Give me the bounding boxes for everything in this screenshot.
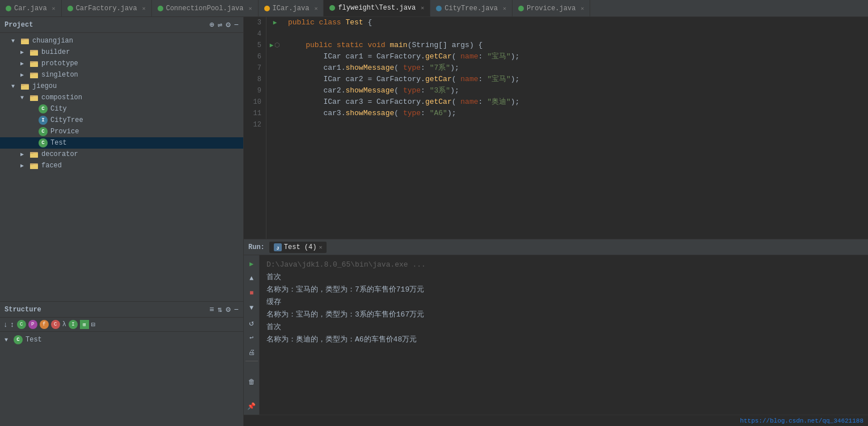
code-line-12 xyxy=(288,119,863,130)
tree-item-compostion[interactable]: ▼ compostion xyxy=(0,92,243,103)
code-content: 3 4 5 6 7 8 9 10 11 12 ▶ ▶ ⬡ xyxy=(244,17,868,239)
tab-close-icon[interactable]: ✕ xyxy=(249,5,252,12)
run-gutter-8 xyxy=(266,74,283,85)
tab-close-icon[interactable]: ✕ xyxy=(503,5,506,12)
run-method-icon[interactable]: ▶ xyxy=(270,40,274,51)
settings-icon[interactable]: ⚙ xyxy=(226,20,230,29)
tree-item-provice[interactable]: ▶ C Provice xyxy=(0,126,243,137)
code-line-9: car2 . showMessage ( type : "3系" ); xyxy=(288,85,863,96)
run-print-button[interactable]: 🖨 xyxy=(245,346,258,358)
project-tree: ▼ chuangjian ▶ builder xyxy=(0,33,243,301)
run-up-button[interactable]: ▲ xyxy=(245,272,258,285)
tab-close-icon[interactable]: ✕ xyxy=(421,5,424,11)
method-getcar: getCar xyxy=(425,74,452,85)
param-name: name xyxy=(460,51,478,62)
dot: . xyxy=(341,85,346,96)
run-wrap-button[interactable]: ↩ xyxy=(245,331,258,344)
run-trash-button[interactable]: 🗑 xyxy=(245,376,258,388)
tab-dot xyxy=(158,6,163,11)
add-module-icon[interactable]: ⊕ xyxy=(209,20,214,29)
expand-arrow[interactable]: ▶ xyxy=(20,60,29,67)
project-panel-title: Project xyxy=(5,21,206,29)
tree-item-jiegou[interactable]: ▼ jiegou xyxy=(0,81,243,92)
tree-item-faced[interactable]: ▶ faced xyxy=(0,160,243,171)
tab-connectionpool-java[interactable]: ConnectionPool.java ✕ xyxy=(152,0,259,16)
class-icon-test: C xyxy=(39,138,48,147)
structure-item-test[interactable]: ▼ C Test xyxy=(2,334,241,345)
svg-rect-7 xyxy=(30,62,38,67)
line-num: 8 xyxy=(248,74,261,85)
tab-close-icon[interactable]: ✕ xyxy=(142,5,146,12)
expand-arrow[interactable]: ▶ xyxy=(20,151,29,158)
sort-za-icon[interactable]: ⇅ xyxy=(218,305,222,314)
tab-provice-java[interactable]: Provice.java ✕ xyxy=(513,0,590,16)
constructor-filter-icon[interactable]: f xyxy=(40,320,49,329)
tab-close-icon[interactable]: ✕ xyxy=(581,5,584,12)
keyword-public: public xyxy=(288,17,319,28)
expand-arrow[interactable]: ▼ xyxy=(11,38,20,44)
tab-car-java[interactable]: Car.java ✕ xyxy=(0,0,62,16)
tree-item-prototype[interactable]: ▶ prototype xyxy=(0,58,243,69)
run-stop-button[interactable]: ■ xyxy=(245,287,258,300)
tree-item-test[interactable]: ▶ C Test xyxy=(0,137,243,149)
tree-label: compostion xyxy=(41,94,82,102)
tab-dot xyxy=(67,6,73,11)
tab-icar-java[interactable]: ICar.java ✕ xyxy=(259,0,324,16)
tree-item-singleton[interactable]: ▶ singleton xyxy=(0,69,243,81)
sort-up-icon[interactable]: ↕ xyxy=(10,320,15,329)
minimize-icon[interactable]: − xyxy=(234,20,239,29)
paren: ( xyxy=(394,62,403,74)
run-tab-test[interactable]: J Test (4) ✕ xyxy=(269,242,327,253)
run-tab-close-icon[interactable]: ✕ xyxy=(319,244,322,251)
interface-filter-icon[interactable]: I xyxy=(69,320,78,329)
svg-rect-1 xyxy=(21,40,29,44)
tree-label: prototype xyxy=(41,60,78,68)
method-filter-icon[interactable]: C xyxy=(17,320,26,329)
run-class-icon[interactable]: ▶ xyxy=(273,17,277,28)
indent xyxy=(288,96,323,108)
expand-arrow[interactable]: ▼ xyxy=(5,337,14,343)
collapse-all-icon[interactable]: ⊟ xyxy=(91,320,95,329)
structure-settings-icon[interactable]: ⚙ xyxy=(226,305,230,314)
expand-arrow[interactable]: ▶ xyxy=(20,49,29,56)
folder-icon xyxy=(29,48,39,57)
tab-label: CityTree.java xyxy=(444,5,498,12)
sync-icon[interactable]: ⇌ xyxy=(218,20,222,29)
tab-carfactory-java[interactable]: CarFactory.java ✕ xyxy=(62,0,152,16)
svg-rect-23 xyxy=(30,163,33,165)
tab-close-icon[interactable]: ✕ xyxy=(52,5,56,12)
tab-test-java[interactable]: flyweight\Test.java ✕ xyxy=(324,0,430,16)
type-icar: ICar xyxy=(323,51,345,62)
expand-arrow[interactable]: ▼ xyxy=(20,95,29,101)
run-play-button[interactable]: ▶ xyxy=(245,258,258,270)
code-line-7: car1 . showMessage ( type : "7系" ); xyxy=(288,62,863,74)
tree-item-builder[interactable]: ▶ builder xyxy=(0,47,243,58)
sort-down-icon[interactable]: ↓ xyxy=(3,320,8,329)
string-baoma: "宝马" xyxy=(487,51,511,62)
run-pin-button[interactable]: 📌 xyxy=(245,400,258,412)
sort-az-icon[interactable]: ≡ xyxy=(209,305,214,314)
tab-citytree-java[interactable]: CityTree.java ✕ xyxy=(430,0,513,16)
structure-toolbar: ↓ ↕ C P f C λ I ⊞ ⊟ xyxy=(0,318,243,332)
expand-all-icon[interactable]: ⊞ xyxy=(80,320,89,329)
class-icon-city: C xyxy=(39,104,48,113)
lambda-filter-icon[interactable]: λ xyxy=(62,320,66,328)
run-down-button[interactable]: ▼ xyxy=(245,302,258,314)
structure-minimize-icon[interactable]: − xyxy=(234,305,239,314)
expand-arrow[interactable]: ▶ xyxy=(20,71,29,78)
tree-item-citytree[interactable]: ▶ I CityTree xyxy=(0,115,243,126)
run-rerun-button[interactable]: ↺ xyxy=(245,317,258,329)
tree-item-decorator[interactable]: ▶ decorator xyxy=(0,149,243,160)
field-filter-icon[interactable]: P xyxy=(28,320,37,329)
svg-rect-13 xyxy=(21,85,29,90)
expand-arrow[interactable]: ▼ xyxy=(11,83,20,90)
line-num: 9 xyxy=(248,85,261,96)
class-filter-icon[interactable]: C xyxy=(51,320,60,329)
param-type: type xyxy=(403,108,421,119)
tab-close-icon[interactable]: ✕ xyxy=(314,5,317,12)
expand-arrow[interactable]: ▶ xyxy=(20,162,29,169)
url-link[interactable]: https://blog.csdn.net/qq_34621188 xyxy=(740,417,863,424)
code-lines[interactable]: public class Test { public static void m… xyxy=(283,17,868,239)
tree-item-chuangjian[interactable]: ▼ chuangjian xyxy=(0,35,243,47)
tree-item-city[interactable]: ▶ C City xyxy=(0,103,243,115)
